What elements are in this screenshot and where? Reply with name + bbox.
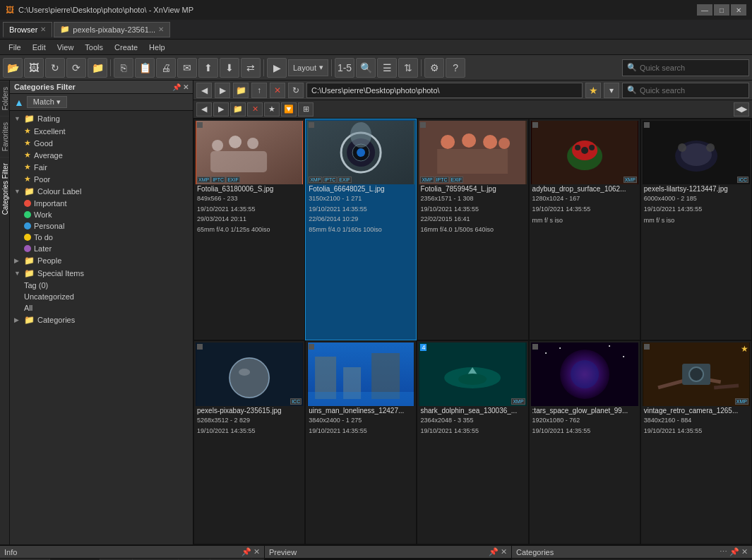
toolbar-settings-btn[interactable]: ⚙ — [424, 58, 444, 78]
menu-file[interactable]: File — [3, 42, 27, 53]
match-dropdown[interactable]: Match ▾ — [27, 96, 67, 108]
toolbar-folder-btn[interactable]: 📁 — [88, 58, 107, 78]
tree-categories[interactable]: ▶ 📁 Categories — [10, 314, 193, 326]
file-cell-2[interactable]: XMP IPTC EXIF Fotolia_78599454_L.jpg 235… — [417, 119, 528, 340]
menu-help[interactable]: Help — [143, 42, 171, 53]
toolbar-open-btn[interactable]: 📂 — [3, 58, 23, 78]
ft-collapse-btn[interactable]: ◀▶ — [734, 102, 749, 117]
toolbar-help-btn[interactable]: ? — [446, 58, 465, 78]
ft-forward-btn[interactable]: ▶ — [213, 102, 229, 117]
tree-later[interactable]: Later — [20, 243, 193, 254]
file-cell-6[interactable]: uins_man_loneliness_12427... 3840x2400 -… — [305, 340, 417, 544]
file-cell-1[interactable]: XMP IPTC EXIF Fotolia_66648025_L.jpg 315… — [305, 119, 417, 340]
toolbar-sort-btn[interactable]: ⇅ — [398, 58, 418, 78]
preview-pin-icon[interactable]: 📌 — [489, 547, 499, 556]
layout-arrow: ▾ — [319, 63, 323, 72]
nav-up-btn[interactable]: ↑ — [251, 83, 267, 98]
toolbar-refresh2-btn[interactable]: ⟳ — [66, 58, 86, 78]
nav-forward-btn[interactable]: ▶ — [215, 83, 230, 98]
toolbar-refresh-btn[interactable]: ↻ — [45, 58, 65, 78]
ft-folder-btn[interactable]: 📁 — [230, 102, 246, 117]
minimize-button[interactable]: — — [697, 4, 712, 16]
toolbar-size-btn[interactable]: 1-5 — [335, 58, 354, 78]
tree-tag0[interactable]: Tag (0) — [20, 280, 193, 291]
menu-edit[interactable]: Edit — [27, 42, 52, 53]
tree-rating[interactable]: ▼ 📁 Rating — [10, 112, 193, 125]
search-bar: 🔍 — [622, 83, 749, 98]
ft-delete-btn[interactable]: ✕ — [247, 102, 263, 117]
ft-bookmark-btn[interactable]: ★ — [264, 102, 280, 117]
toolbar-export-btn[interactable]: ⬆ — [198, 58, 218, 78]
image-tab-close[interactable]: ✕ — [158, 25, 164, 33]
nav-delete-btn[interactable]: ✕ — [270, 83, 285, 98]
file-cell-9[interactable]: XMP ★ vintage_retro_camera_1265... 3840x… — [640, 340, 752, 544]
fileinfo-8: 1920x1080 - 762 — [531, 415, 638, 426]
tree-todo[interactable]: To do — [20, 232, 193, 243]
toolbar-zoom-btn[interactable]: 🔍 — [356, 58, 376, 78]
toolbar-view-btn[interactable]: ☰ — [377, 58, 397, 78]
close-button[interactable]: ✕ — [731, 4, 746, 16]
tree-colour-label-text: Colour Label — [37, 187, 81, 196]
nav-folder-new[interactable]: 📁 — [233, 83, 249, 98]
tree-excellent[interactable]: ★ Excellent — [20, 125, 193, 137]
info-pin-icon[interactable]: 📌 — [241, 547, 251, 556]
nav-back-btn[interactable]: ◀ — [196, 83, 212, 98]
toolbar-slideshow-btn[interactable]: ▶ — [267, 58, 287, 78]
quick-search-input[interactable] — [640, 64, 724, 72]
tree-work[interactable]: Work — [20, 209, 193, 220]
file-cell-3[interactable]: XMP adybug_drop_surface_1062... 1280x102… — [529, 119, 640, 340]
cat-filter-close[interactable]: ✕ — [183, 83, 189, 91]
tree-colour-label[interactable]: ▼ 📁 Colour Label — [10, 185, 193, 198]
toolbar-email-btn[interactable]: ✉ — [177, 58, 197, 78]
tree-important[interactable]: Important — [20, 198, 193, 209]
tree-personal[interactable]: Personal — [20, 220, 193, 232]
tab-image[interactable]: 📁 pexels-pixabay-23561... ✕ — [54, 22, 170, 37]
tree-people[interactable]: ▶ 📁 People — [10, 254, 193, 267]
maximize-button[interactable]: □ — [714, 4, 729, 16]
addr-search-input[interactable] — [640, 86, 732, 95]
toolbar-import-btn[interactable]: ⬇ — [220, 58, 239, 78]
tree-fair[interactable]: ★ Fair — [20, 161, 193, 173]
sidebar-tab-folders[interactable]: Folders — [0, 81, 9, 116]
tree-uncategorized[interactable]: Uncategorized — [20, 291, 193, 302]
info-close-icon[interactable]: ✕ — [253, 547, 260, 556]
cat-filter-pin[interactable]: 📌 — [172, 83, 181, 91]
tab-browser[interactable]: Browser ✕ — [3, 22, 52, 37]
cat-panel-pin[interactable]: 📌 — [729, 547, 739, 556]
ft-grid-btn[interactable]: ⊞ — [298, 102, 314, 117]
tree-average[interactable]: ★ Average — [20, 149, 193, 161]
file-cell-5[interactable]: ICC pexels-pixabay-235615.jpg 5268x3512 … — [193, 340, 305, 544]
tree-special-items[interactable]: ▼ 📁 Special Items — [10, 267, 193, 280]
file-cell-7[interactable]: XMP 4 shark_dolphin_sea_130036_... 2364x… — [417, 340, 528, 544]
file-cell-0[interactable]: XMP IPTC EXIF Fotolia_63180006_S.jpg 849… — [193, 119, 305, 340]
ft-filter-btn[interactable]: 🔽 — [281, 102, 297, 117]
sidebar-tab-categories[interactable]: Categories Filter — [0, 157, 9, 220]
toolbar-layout-dropdown[interactable]: Layout ▾ — [288, 59, 328, 76]
menu-tools[interactable]: Tools — [79, 42, 109, 53]
nav-refresh-btn[interactable]: ↻ — [288, 83, 304, 98]
tree-all[interactable]: All — [20, 302, 193, 314]
toolbar-paste-btn[interactable]: 📋 — [135, 58, 155, 78]
ft-back-btn[interactable]: ◀ — [196, 102, 212, 117]
toolbar-copy-btn[interactable]: ⎘ — [114, 58, 133, 78]
file-cell-8[interactable]: :tars_space_glow_planet_99... 1920x1080 … — [529, 340, 640, 544]
browser-tab-close[interactable]: ✕ — [40, 25, 46, 33]
address-input[interactable] — [306, 83, 583, 98]
menu-create[interactable]: Create — [109, 42, 143, 53]
toolbar-print-btn[interactable]: 🖨 — [156, 58, 176, 78]
svg-point-31 — [239, 369, 250, 376]
tree-good[interactable]: ★ Good — [20, 137, 193, 149]
file-cell-4[interactable]: ICC pexels-lilartsy-1213447.jpg 6000x400… — [640, 119, 752, 340]
menu-view[interactable]: View — [52, 42, 80, 53]
favorites-star-btn[interactable]: ★ — [585, 83, 601, 98]
toolbar-convert-btn[interactable]: ⇄ — [241, 58, 261, 78]
toolbar-browse-btn[interactable]: 🖼 — [24, 58, 44, 78]
addr-dropdown-btn[interactable]: ▾ — [604, 83, 619, 98]
cat-more-icon[interactable]: ⋯ — [720, 547, 727, 556]
cat-panel-close[interactable]: ✕ — [741, 547, 748, 556]
sidebar-tab-favorites[interactable]: Favorites — [0, 116, 9, 157]
up-arrow-btn[interactable]: ▲ — [14, 97, 24, 108]
tree-poor[interactable]: ★ Poor — [20, 173, 193, 185]
tree-uncategorized-label: Uncategorized — [24, 292, 74, 301]
preview-close-icon[interactable]: ✕ — [501, 547, 507, 556]
